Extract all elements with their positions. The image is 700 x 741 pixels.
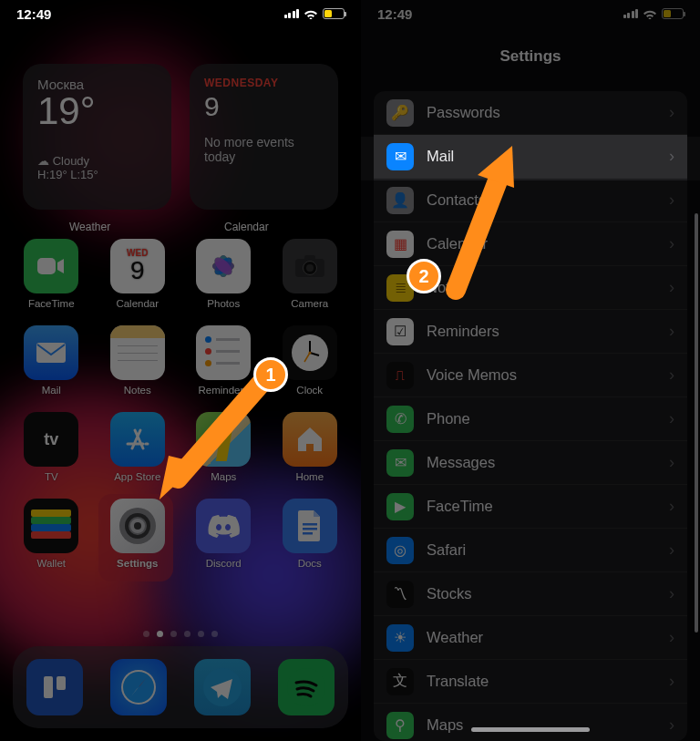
app-photos[interactable]: Photos <box>192 239 255 309</box>
home-indicator[interactable] <box>471 727 590 732</box>
calendar-widget[interactable]: WEDNESDAY 9 No more events today <box>190 64 338 210</box>
facetime-icon: ▶︎ <box>386 493 414 520</box>
settings-row-weather[interactable]: ☀︎Weather› <box>374 616 687 660</box>
status-time: 12:49 <box>377 6 412 22</box>
calendar-icon: ▦ <box>386 231 414 258</box>
facetime-icon <box>24 239 78 293</box>
svg-rect-26 <box>44 676 53 698</box>
chevron-right-icon: › <box>669 234 674 253</box>
app-clock[interactable]: Clock <box>279 325 342 396</box>
app-maps[interactable]: 280Maps <box>192 412 255 482</box>
settings-row-contacts[interactable]: 👤Contacts› <box>374 179 687 222</box>
status-bar-left: 12:49 <box>0 0 361 27</box>
app-tv[interactable]: tvTV <box>20 412 83 482</box>
weather-icon: ☀︎ <box>386 624 414 652</box>
mail-icon <box>24 325 78 380</box>
svg-point-18 <box>308 352 311 355</box>
chevron-right-icon: › <box>669 409 674 428</box>
chevron-right-icon: › <box>669 278 674 297</box>
dock <box>13 646 348 728</box>
chevron-right-icon: › <box>669 453 674 472</box>
settings-screen: 12:49 Settings 🔑Passwords› ✉︎Mail› 👤Cont… <box>361 0 700 741</box>
weather-condition: ☁︎ Cloudy H:19° L:15° <box>37 154 157 181</box>
reminders-icon <box>196 325 251 380</box>
home-screen: 12:49 Москва 19° ☁︎ Cloudy H:19° L:15° W… <box>0 0 361 741</box>
settings-row-translate[interactable]: 文Translate› <box>374 660 687 704</box>
calendar-day: WEDNESDAY <box>204 77 324 89</box>
settings-icon <box>110 499 165 553</box>
svg-rect-25 <box>303 532 313 535</box>
app-discord[interactable]: Discord <box>192 499 255 569</box>
chevron-right-icon: › <box>669 628 674 647</box>
dock-app-trello[interactable] <box>26 659 83 715</box>
chevron-right-icon: › <box>669 672 674 691</box>
clock-icon <box>283 325 337 380</box>
app-grid: FaceTime WED9Calendar Photos Camera Mail… <box>20 239 341 569</box>
settings-row-safari[interactable]: ◎Safari› <box>374 529 687 572</box>
app-mail[interactable]: Mail <box>20 325 83 396</box>
wifi-icon <box>304 8 318 19</box>
page-dots[interactable] <box>0 631 361 637</box>
settings-row-mail[interactable]: ✉︎Mail› <box>374 135 687 179</box>
chevron-right-icon: › <box>669 715 674 735</box>
app-settings[interactable]: Settings <box>107 499 170 569</box>
chevron-right-icon: › <box>669 497 674 516</box>
calendar-events: No more events today <box>204 135 324 164</box>
weather-widget-label: Weather <box>69 221 110 233</box>
chevron-right-icon: › <box>669 147 674 166</box>
app-camera[interactable]: Camera <box>279 239 342 309</box>
settings-row-phone[interactable]: ✆Phone› <box>374 397 687 441</box>
scroll-indicator <box>695 213 698 633</box>
settings-row-voicememos[interactable]: ⎍Voice Memos› <box>374 354 687 397</box>
app-reminders[interactable]: Reminders <box>192 325 255 396</box>
chevron-right-icon: › <box>669 540 674 560</box>
app-wallet[interactable]: Wallet <box>20 499 83 569</box>
chevron-right-icon: › <box>669 584 674 603</box>
safari-icon: ◎ <box>386 537 414 564</box>
maps-icon: 280 <box>196 412 251 467</box>
status-icons <box>284 8 345 19</box>
reminders-icon: ☑︎ <box>386 318 414 345</box>
settings-row-reminders[interactable]: ☑︎Reminders› <box>374 310 687 354</box>
calendar-icon: WED9 <box>110 239 165 293</box>
annotation-badge-1: 1 <box>253 357 288 392</box>
annotation-badge-2: 2 <box>407 259 441 293</box>
app-home[interactable]: Home <box>279 412 342 482</box>
wallet-icon <box>24 499 78 553</box>
widget-stack: Москва 19° ☁︎ Cloudy H:19° L:15° WEDNESD… <box>23 64 338 210</box>
cellular-icon <box>284 9 300 18</box>
settings-row-maps[interactable]: ⚲Maps› <box>374 704 687 741</box>
settings-list[interactable]: 🔑Passwords› ✉︎Mail› 👤Contacts› ▦Calendar… <box>374 91 687 741</box>
wifi-icon <box>643 8 657 19</box>
app-notes[interactable]: Notes <box>107 325 170 396</box>
weather-widget[interactable]: Москва 19° ☁︎ Cloudy H:19° L:15° <box>23 64 171 210</box>
settings-row-messages[interactable]: ✉︎Messages› <box>374 441 687 485</box>
settings-row-passwords[interactable]: 🔑Passwords› <box>374 91 687 135</box>
app-appstore[interactable]: App Store <box>107 412 170 482</box>
app-calendar[interactable]: WED9Calendar <box>107 239 170 309</box>
svg-rect-23 <box>303 523 317 526</box>
messages-icon: ✉︎ <box>386 449 414 477</box>
svg-rect-24 <box>303 528 317 530</box>
svg-rect-27 <box>57 676 66 690</box>
chevron-right-icon: › <box>669 103 674 122</box>
dock-app-safari[interactable] <box>110 659 167 715</box>
weather-temp: 19° <box>37 92 157 130</box>
tv-icon: tv <box>24 412 78 467</box>
stocks-icon: 〽︎ <box>386 581 414 608</box>
voicememos-icon: ⎍ <box>386 362 414 389</box>
svg-point-11 <box>306 264 314 272</box>
chevron-right-icon: › <box>669 190 674 210</box>
dock-app-spotify[interactable] <box>278 659 335 715</box>
app-facetime[interactable]: FaceTime <box>20 239 83 309</box>
chevron-right-icon: › <box>669 365 674 385</box>
phone-icon: ✆ <box>386 406 414 433</box>
battery-icon <box>323 8 345 19</box>
settings-row-facetime[interactable]: ▶︎FaceTime› <box>374 485 687 529</box>
app-docs[interactable]: Docs <box>279 499 342 569</box>
key-icon: 🔑 <box>386 99 414 127</box>
settings-row-stocks[interactable]: 〽︎Stocks› <box>374 572 687 616</box>
cellular-icon <box>623 9 639 18</box>
dock-app-telegram[interactable] <box>194 659 251 715</box>
svg-point-22 <box>134 522 141 530</box>
